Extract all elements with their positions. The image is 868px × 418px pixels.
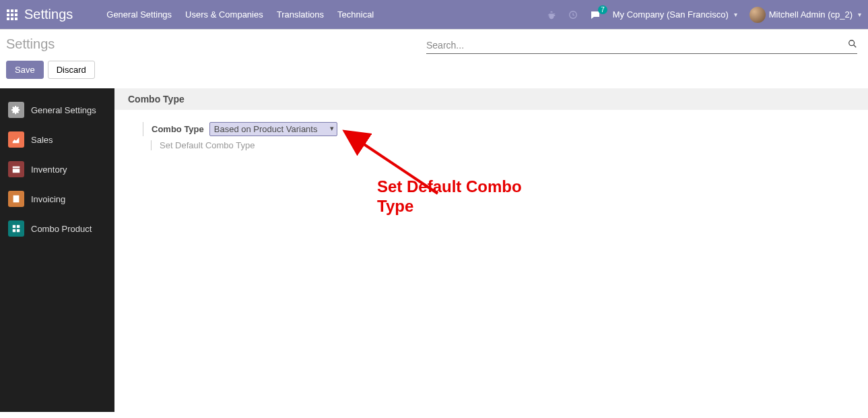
svg-rect-6 [17,229,20,232]
breadcrumb: Settings [6,36,55,52]
debug-icon[interactable] [547,10,556,20]
messages-badge: 7 [598,5,607,14]
sidebar-item-general-settings[interactable]: General Settings [0,95,114,125]
menu-general-settings[interactable]: General Settings [106,9,172,20]
sidebar-item-label: Sales [31,135,53,145]
activities-icon[interactable] [568,10,578,20]
save-button[interactable]: Save [6,61,44,79]
avatar [749,7,766,23]
svg-point-1 [849,40,855,46]
sidebar-item-label: Inventory [31,165,67,175]
search-input[interactable] [426,40,848,51]
chevron-down-icon: ▾ [858,11,861,18]
sidebar-item-combo-product[interactable]: Combo Product [0,214,114,243]
company-switcher[interactable]: My Company (San Francisco)▾ [613,9,737,20]
search-icon[interactable] [848,39,857,51]
sidebar-item-label: General Settings [31,105,96,115]
combo-type-hint: Set Default Combo Type [151,140,868,150]
combo-icon [8,220,24,237]
annotation-label: Set Default Combo Type [377,177,552,216]
messages-icon[interactable]: 7 [590,9,601,20]
svg-line-2 [854,45,857,48]
control-buttons: Save Discard [0,58,868,88]
sidebar-item-invoicing[interactable]: Invoicing [0,184,114,214]
svg-rect-5 [13,229,15,232]
settings-content: Combo Type Combo Type Based on Product V… [114,88,868,412]
section-title: Combo Type [114,88,868,110]
invoice-icon [8,191,24,207]
app-title[interactable]: Settings [24,7,73,22]
menu-technical[interactable]: Technical [337,9,374,20]
control-panel: Settings [0,30,868,58]
top-menu: General Settings Users & Companies Trans… [106,9,547,20]
svg-rect-4 [17,225,20,228]
gear-icon [8,102,24,118]
svg-rect-3 [13,225,15,228]
chevron-down-icon: ▾ [734,11,737,18]
search-bar[interactable] [426,36,857,54]
user-menu[interactable]: Mitchell Admin (cp_2)▾ [749,7,861,23]
main-area: General Settings Sales Inventory Invoici… [0,88,868,412]
sidebar-item-label: Combo Product [31,224,92,234]
menu-translations[interactable]: Translations [277,9,324,20]
sidebar-item-sales[interactable]: Sales [0,125,114,154]
combo-type-select[interactable]: Based on Product Variants [209,122,337,136]
box-icon [8,161,24,177]
combo-type-label: Combo Type [152,124,204,134]
combo-type-block: Combo Type Based on Product Variants Set… [114,110,868,150]
sidebar-item-inventory[interactable]: Inventory [0,154,114,184]
sidebar-item-label: Invoicing [31,194,65,204]
top-right-tray: 7 My Company (San Francisco)▾ Mitchell A… [547,7,861,23]
chart-icon [8,131,24,148]
menu-users-companies[interactable]: Users & Companies [185,9,263,20]
discard-button[interactable]: Discard [48,61,95,79]
settings-sidebar: General Settings Sales Inventory Invoici… [0,88,114,412]
apps-icon[interactable] [7,9,18,20]
top-navbar: Settings General Settings Users & Compan… [0,0,868,29]
